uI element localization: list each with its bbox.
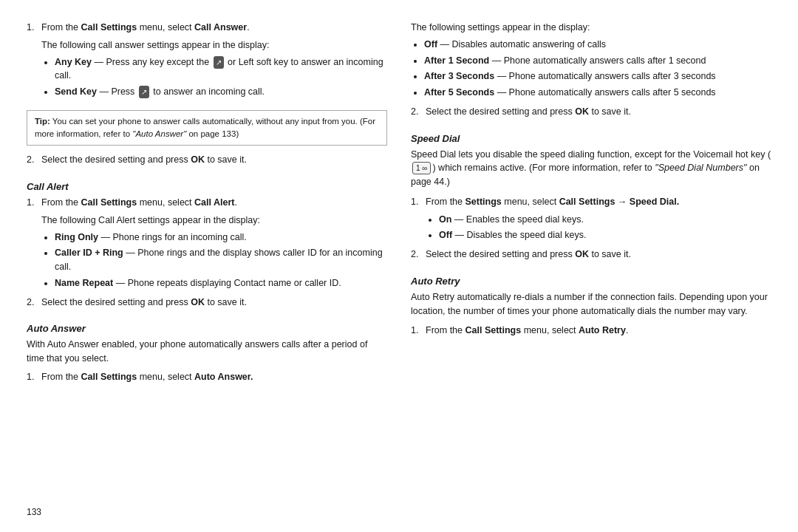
ring-only-label: Ring Only (55, 232, 98, 242)
tip-label: Tip: (35, 117, 50, 126)
name-repeat-bullet: Name Repeat — Phone repeats displaying C… (55, 276, 387, 290)
step2-content: Select the desired setting and press OK … (41, 153, 387, 167)
auto-retry-intro: Auto Retry automatically re-dials a numb… (411, 290, 771, 318)
any-key-bullet: Any Key — Press any key except the ↗ or … (55, 55, 387, 83)
step-number: 1. (411, 195, 421, 209)
step-number: 1. (27, 196, 37, 210)
step-content: From the Call Settings menu, select Call… (41, 196, 387, 210)
tip-italic: "Auto Answer" (132, 129, 186, 138)
call-settings-bold2: Call Settings (81, 197, 137, 208)
step-content: Select the desired setting and press OK … (41, 296, 387, 310)
step-number: 2. (411, 105, 421, 119)
speed-dial-step1: 1. From the Settings menu, select Call S… (411, 195, 771, 209)
page-number-area: 133 (27, 507, 387, 517)
step-content: From the Call Settings menu, select Auto… (426, 324, 771, 338)
name-repeat-label: Name Repeat (55, 278, 113, 288)
after-1-label: After 1 Second (424, 55, 489, 66)
speed-dial-intro: Speed Dial lets you disable the speed di… (411, 148, 771, 189)
speed-dial-italic: "Speed Dial Numbers" (655, 163, 746, 173)
ok-bold3: OK (575, 106, 589, 117)
right-intro: The following settings appear in the dis… (411, 21, 771, 35)
send-key-icon: ↗ (214, 56, 224, 69)
auto-answer-title: Auto Answer (27, 323, 387, 334)
auto-retry-title: Auto Retry (411, 276, 771, 287)
call-answer-step2: 2. Select the desired setting and press … (27, 153, 387, 167)
speed-dial-bold: Speed Dial. (630, 197, 679, 207)
step-content: Select the desired setting and press OK … (426, 248, 771, 262)
send-phone-icon: ↗ (139, 86, 149, 98)
call-settings-bold4: Call Settings (559, 197, 615, 207)
off-label2: Off (439, 230, 452, 240)
step-number: 1. (411, 324, 421, 338)
after-5-label: After 5 Seconds (424, 87, 494, 98)
ok-bold2: OK (191, 297, 205, 307)
any-key-label: Any Key (55, 57, 92, 67)
step-content: Select the desired setting and press OK … (426, 105, 771, 119)
voicemail-key-icon: 1 ∞ (412, 162, 431, 174)
speed-dial-title: Speed Dial (411, 133, 771, 144)
speed-dial-step2: 2. Select the desired setting and press … (411, 248, 771, 262)
call-answer-step1: 1. From the Call Settings menu, select C… (27, 21, 387, 35)
off-bullet: Off — Disables automatic answering of ca… (424, 38, 771, 52)
on-bullet: On — Enables the speed dial keys. (439, 213, 771, 227)
call-alert-bullets: Ring Only — Phone rings for an incoming … (55, 231, 387, 293)
settings-bold: Settings (466, 197, 502, 207)
call-settings-bold5: Call Settings (466, 325, 522, 335)
step-content: From the Call Settings menu, select Call… (41, 21, 387, 35)
call-answer-bullets: Any Key — Press any key except the ↗ or … (55, 55, 387, 101)
ok-bold: OK (191, 154, 205, 165)
ring-only-bullet: Ring Only — Phone rings for an incoming … (55, 231, 387, 245)
after-3-bullet: After 3 Seconds — Phone automatically an… (424, 69, 771, 83)
auto-retry-step1: 1. From the Call Settings menu, select A… (411, 324, 771, 338)
after-1-bullet: After 1 Second — Phone automatically ans… (424, 54, 771, 68)
columns: 1. From the Call Settings menu, select C… (27, 21, 771, 517)
send-key-label: Send Key (55, 86, 97, 97)
right-step2: 2. Select the desired setting and press … (411, 105, 771, 119)
step-number: 1. (27, 370, 37, 384)
auto-answer-step1: 1. From the Call Settings menu, select A… (27, 370, 387, 384)
step-number: 1. (27, 21, 37, 35)
call-alert-step2: 2. Select the desired setting and press … (27, 296, 387, 310)
left-column: 1. From the Call Settings menu, select C… (27, 21, 387, 517)
call-alert-subtext: The following Call Alert settings appear… (41, 214, 387, 228)
call-settings-bold3: Call Settings (81, 372, 137, 382)
after-3-label: After 3 Seconds (424, 71, 494, 81)
step-number: 2. (411, 248, 421, 262)
auto-answer-bullets: Off — Disables automatic answering of ca… (424, 38, 771, 102)
auto-retry-bold: Auto Retry (579, 325, 626, 335)
auto-answer-bold: Auto Answer. (194, 372, 253, 382)
tip-box: Tip: You can set your phone to answer ca… (27, 110, 387, 146)
call-answer-bold: Call Answer (194, 22, 247, 33)
right-column: The following settings appear in the dis… (411, 21, 771, 517)
call-alert-bold: Call Alert (194, 197, 234, 208)
caller-id-label: Caller ID + Ring (55, 248, 123, 258)
after-5-bullet: After 5 Seconds — Phone automatically an… (424, 86, 771, 100)
call-alert-title: Call Alert (27, 181, 387, 192)
step-number-2: 2. (27, 153, 37, 167)
off-label: Off (424, 39, 437, 50)
ok-bold4: OK (575, 249, 589, 259)
auto-answer-intro: With Auto Answer enabled, your phone aut… (27, 338, 387, 366)
on-label: On (439, 214, 451, 225)
call-settings-bold: Call Settings (81, 22, 137, 33)
call-answer-subtext: The following call answer settings appea… (41, 38, 387, 52)
speed-dial-bullets: On — Enables the speed dial keys. Off — … (439, 213, 771, 245)
send-key-bullet: Send Key — Press ↗ to answer an incoming… (55, 85, 387, 99)
page-number: 133 (27, 507, 41, 517)
step-number: 2. (27, 296, 37, 310)
caller-id-bullet: Caller ID + Ring — Phone rings and the d… (55, 246, 387, 274)
page: 1. From the Call Settings menu, select C… (0, 0, 798, 532)
step-content: From the Settings menu, select Call Sett… (426, 195, 771, 209)
call-alert-step1: 1. From the Call Settings menu, select C… (27, 196, 387, 210)
off-bullet2: Off — Disables the speed dial keys. (439, 228, 771, 242)
step-content: From the Call Settings menu, select Auto… (41, 370, 387, 384)
